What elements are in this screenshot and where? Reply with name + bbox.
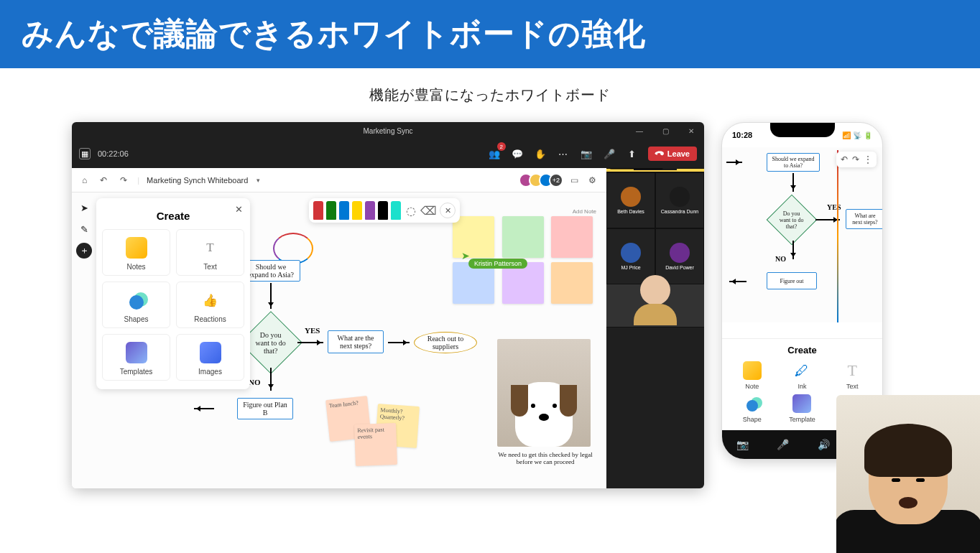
close-button[interactable]: ✕ (678, 122, 704, 139)
settings-icon[interactable]: ⚙ (586, 174, 599, 187)
reactions-button[interactable]: ✋ (530, 144, 550, 164)
camera-button[interactable]: 📷 (576, 144, 596, 164)
share-button[interactable]: ⬆ (622, 144, 642, 164)
redo-button[interactable]: ↷ (117, 174, 130, 187)
flow-next[interactable]: What are next steps? (846, 209, 882, 229)
lasso-tool[interactable]: ◌ (404, 203, 418, 218)
undo-button[interactable]: ↶ (841, 154, 848, 164)
remote-cursor-icon: ➤ (461, 250, 470, 261)
pointer-tool[interactable]: ➤ (76, 200, 92, 215)
pen-yellow[interactable] (352, 201, 362, 220)
clock: 10:28 (732, 131, 752, 139)
speaker-button[interactable]: 🔊 (818, 439, 830, 450)
add-tool[interactable]: ＋ (76, 243, 92, 259)
home-icon[interactable]: ⌂ (79, 174, 90, 187)
signal-icons: 📶 📡 🔋 (842, 131, 872, 139)
flow-next[interactable]: What are the next steps? (328, 330, 384, 353)
create-images[interactable]: Images (176, 334, 244, 381)
create-note[interactable]: Note (729, 361, 775, 390)
arrow (297, 342, 323, 343)
flow-decision[interactable]: Do you want to do that? (767, 195, 818, 246)
hangup-icon (653, 148, 665, 160)
pen-green[interactable] (326, 201, 336, 220)
camera-button[interactable]: 📷 (736, 439, 749, 450)
pen-black[interactable] (378, 201, 388, 220)
pen-highlighter[interactable] (391, 201, 401, 220)
create-templates[interactable]: Templates (102, 334, 170, 381)
hero-title: みんなで議論できるホワイトボードの強化 (22, 13, 958, 55)
leave-button[interactable]: Leave (648, 147, 697, 161)
create-title: Create (102, 210, 244, 222)
arrow (388, 342, 410, 343)
label-no: NO (249, 378, 261, 386)
arrow (270, 283, 272, 309)
presence-stack[interactable]: +2 (523, 173, 563, 187)
pen-blue[interactable] (339, 201, 349, 220)
sticky-note[interactable] (453, 216, 494, 258)
remote-cursor-label: Kristin Patterson (468, 259, 527, 269)
create-notes[interactable]: Notes (102, 229, 170, 276)
hero-banner: みんなで議論できるホワイトボードの強化 (0, 0, 980, 68)
flow-q1[interactable]: Should we expand to Asia? (241, 260, 300, 282)
pen-purple[interactable] (365, 201, 375, 220)
chevron-down-icon[interactable]: ▾ (256, 177, 260, 184)
participants-panel: Serena DavisAadi KapoorCharlotte de Crum… (606, 168, 704, 488)
sticky-note[interactable] (551, 216, 593, 258)
image-caption: We need to get this checked by legal bef… (491, 451, 599, 465)
flow-planb[interactable]: Figure out (767, 272, 817, 289)
flow-planb[interactable]: Figure out Plan B (237, 398, 293, 419)
participant-tile[interactable]: Cassandra Dunn (655, 172, 704, 228)
gallery-icon[interactable]: ▦ (79, 148, 91, 159)
share-icon[interactable]: ▭ (568, 174, 581, 187)
people-button[interactable]: 👥 (484, 144, 504, 164)
label-yes: YES (305, 326, 320, 335)
pen-tray: ◌ ⌫ ✕ (309, 198, 460, 223)
eraser-tool[interactable]: ⌫ (421, 203, 435, 218)
phone-mini-toolbar: ↶ ↷ ⋮ (836, 152, 877, 167)
pen-tool[interactable]: ✎ (76, 221, 92, 237)
flow-oval[interactable]: Reach out to suppliers (414, 332, 477, 353)
redo-button[interactable]: ↷ (852, 154, 859, 164)
create-text[interactable]: TText (829, 361, 875, 390)
close-icon[interactable]: ✕ (235, 204, 243, 215)
window-title: Marketing Sync (364, 127, 413, 135)
window-titlebar: Marketing Sync — ▢ ✕ (72, 122, 704, 139)
minimize-button[interactable]: — (627, 122, 652, 139)
embedded-image[interactable] (497, 339, 591, 447)
phone-notch (770, 123, 835, 137)
subtitle: 機能が豊富になったホワイトボード (0, 85, 980, 105)
create-shape[interactable]: Shape (729, 394, 775, 423)
tool-strip: ➤ ✎ ＋ (76, 200, 92, 259)
create-shapes[interactable]: Shapes (102, 282, 170, 328)
sticky-note[interactable] (502, 216, 544, 258)
close-tray[interactable]: ✕ (440, 203, 456, 218)
board-name[interactable]: Marketing Synch Whiteboard (147, 176, 248, 185)
create-text[interactable]: TText (176, 229, 244, 276)
chat-button[interactable]: 💬 (507, 144, 527, 164)
phone-canvas[interactable]: Should we expand to Asia? Do you want to… (722, 147, 882, 322)
teams-window: Marketing Sync — ▢ ✕ ▦ 00:22:06 👥 💬 ✋ ⋯ … (72, 122, 704, 488)
participant-tile[interactable]: Beth Davies (606, 172, 655, 228)
presenter-video (836, 395, 980, 553)
pen-red[interactable] (313, 201, 323, 220)
undo-button[interactable]: ↶ (97, 174, 110, 187)
mic-button[interactable]: 🎤 (777, 439, 789, 450)
call-timer: 00:22:06 (98, 149, 129, 158)
arrow (270, 368, 272, 391)
create-reactions[interactable]: 👍Reactions (176, 282, 244, 328)
flow-q1[interactable]: Should we expand to Asia? (767, 153, 820, 172)
create-panel: ✕ Create Notes TText Shapes 👍Reactions T… (96, 198, 250, 389)
add-note-label[interactable]: Add Note (453, 208, 596, 215)
whiteboard-header: ⌂ ↶ ↷ | Marketing Synch Whiteboard ▾ +2 … (72, 168, 606, 192)
call-bar: ▦ 00:22:06 👥 💬 ✋ ⋯ 📷 🎤 ⬆ Leave (72, 139, 704, 168)
more-button[interactable]: ⋮ (864, 154, 872, 164)
sticky-note[interactable]: Revisit past events (354, 423, 397, 466)
arrow-back (194, 408, 214, 409)
more-button[interactable]: ⋯ (553, 144, 573, 164)
create-ink[interactable]: 🖊Ink (780, 361, 826, 390)
sticky-note[interactable] (551, 262, 593, 304)
create-template[interactable]: Template (780, 394, 826, 423)
mic-button[interactable]: 🎤 (599, 144, 619, 164)
maximize-button[interactable]: ▢ (652, 122, 678, 139)
